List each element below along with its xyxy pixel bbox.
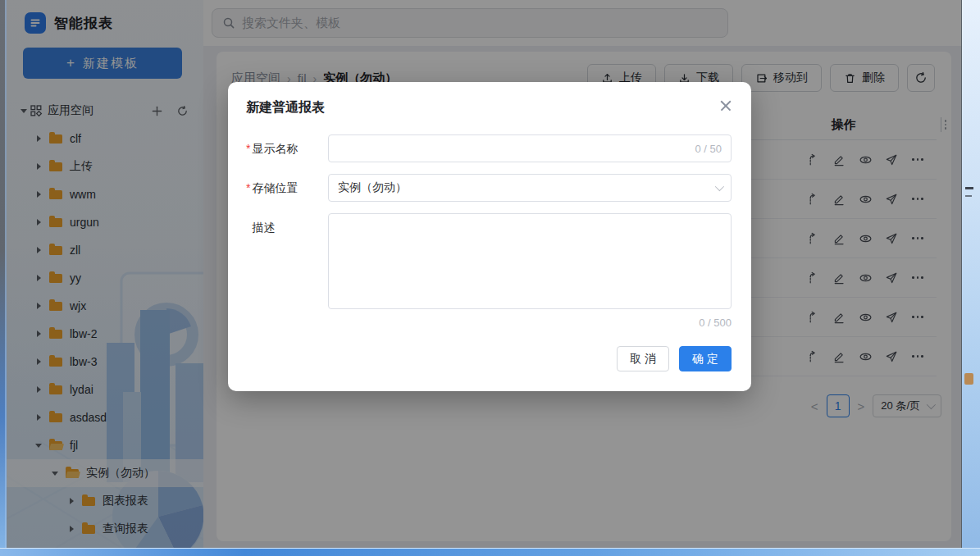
description-label: * 描述 (246, 213, 328, 309)
close-icon[interactable] (717, 97, 735, 115)
modal-footer: 取 消 确 定 (617, 346, 732, 371)
desktop-edge-left (0, 0, 7, 556)
storage-location-select[interactable]: 实例（勿动） (328, 174, 732, 202)
confirm-button[interactable]: 确 定 (679, 346, 732, 371)
desktop-edge-bottom (0, 548, 980, 556)
description-textarea[interactable] (328, 213, 732, 309)
chevron-down-icon (715, 182, 724, 191)
display-name-counter: 0 / 50 (695, 143, 722, 155)
modal-title: 新建普通报表 (246, 99, 325, 116)
display-name-input[interactable]: 0 / 50 (328, 134, 732, 162)
new-report-modal: 新建普通报表 * 显示名称 0 / 50 * 存储位置 实例（勿动） (228, 82, 751, 391)
description-row: * 描述 (246, 213, 732, 309)
screen: 智能报表 + 新建模板 应用空间 (0, 0, 980, 556)
storage-location-value: 实例（勿动） (338, 180, 407, 195)
display-name-label: * 显示名称 (246, 134, 328, 162)
required-asterisk: * (246, 174, 250, 202)
display-name-row: * 显示名称 0 / 50 (246, 134, 732, 162)
cancel-button[interactable]: 取 消 (617, 346, 669, 371)
required-asterisk: * (246, 134, 250, 162)
storage-location-row: * 存储位置 实例（勿动） (246, 174, 732, 202)
description-counter: 0 / 500 (699, 317, 732, 329)
desktop-edge-right (961, 0, 980, 556)
storage-location-label: * 存储位置 (246, 174, 328, 202)
